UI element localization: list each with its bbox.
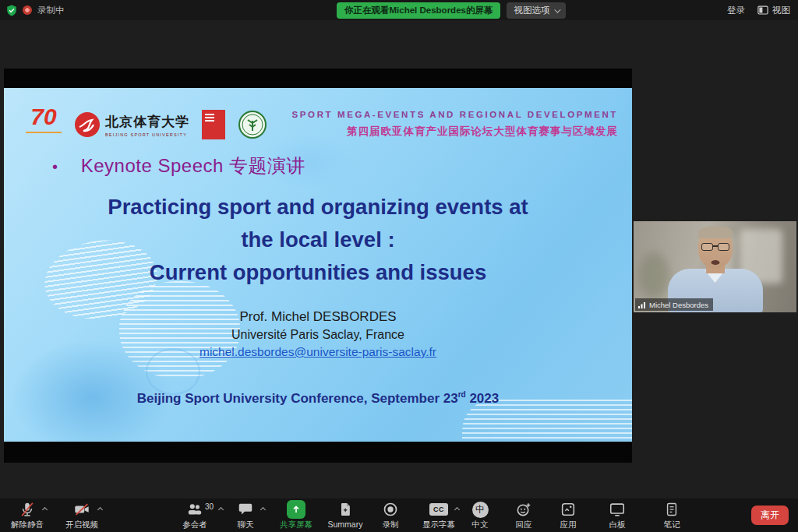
speaker-name: Prof. Michel DESBORDES	[4, 309, 632, 325]
chevron-down-icon	[555, 6, 561, 12]
chevron-up-icon[interactable]	[42, 507, 48, 513]
conference-line: Beijing Sport University Conference, Sep…	[4, 390, 632, 407]
business-school-logo	[202, 110, 225, 139]
slide-title: Practicing sport and organizing events a…	[4, 191, 632, 289]
shared-screen: 70 北京体育大学 BEIJING SPORT UNIVERSITY S	[4, 69, 632, 463]
screen-share-banner: 你正在观看Michel Desbordes的屏幕	[337, 2, 500, 19]
top-bar: 录制中 你正在观看Michel Desbordes的屏幕 视图选项 登录 视图	[0, 0, 798, 20]
meeting-stage: 70 北京体育大学 BEIJING SPORT UNIVERSITY S	[0, 20, 798, 499]
title-line-3: Current opportunities and issues	[4, 256, 632, 289]
slide-header: SPORT MEGA-EVENTS AND REGIONAL DEVELOPME…	[292, 110, 618, 139]
start-video-button[interactable]: 开启视频	[58, 501, 105, 532]
green-emblem-logo	[238, 110, 267, 139]
participant-count: 30	[205, 502, 214, 511]
logo-row: 70 北京体育大学 BEIJING SPORT UNIVERSITY	[26, 100, 267, 149]
conference-year: 2023	[466, 391, 500, 406]
language-interpretation-button[interactable]: 中 中文	[457, 501, 503, 532]
notes-button[interactable]: 笔记	[648, 501, 695, 532]
keynote-heading-text: Keynote Speech 专题演讲	[81, 155, 305, 176]
70th-anniversary-logo: 70	[26, 104, 62, 146]
record-button[interactable]: 录制	[367, 501, 414, 532]
presentation-slide: 70 北京体育大学 BEIJING SPORT UNIVERSITY S	[4, 88, 632, 442]
whiteboard-icon	[609, 501, 626, 518]
forum-title-cn: 第四届欧亚体育产业国际论坛大型体育赛事与区域发展	[292, 125, 618, 139]
reactions-smiley-icon	[515, 501, 532, 518]
speaker-glasses	[700, 243, 731, 251]
conference-ordinal: rd	[458, 390, 466, 399]
share-screen-icon	[287, 500, 305, 519]
speaker-email-link[interactable]: michel.desbordes@universite-paris-saclay…	[200, 345, 436, 359]
share-screen-button[interactable]: 共享屏幕	[273, 501, 320, 532]
recording-status-label: 录制中	[37, 5, 65, 16]
reactions-button[interactable]: 回应	[500, 501, 547, 532]
forum-title-en: SPORT MEGA-EVENTS AND REGIONAL DEVELOPME…	[292, 110, 618, 119]
recording-indicator-icon[interactable]	[23, 5, 32, 15]
security-shield-icon[interactable]	[6, 5, 17, 16]
title-line-1: Practicing sport and organizing events a…	[4, 191, 632, 224]
summary-document-icon	[337, 501, 353, 518]
speaker-affiliation: Université Paris Saclay, France	[4, 328, 632, 342]
university-name-en: BEIJING SPORT UNIVERSITY	[105, 132, 189, 137]
participants-icon	[185, 501, 204, 518]
meeting-toolbar: 解除静音 开启视频 30 参会者 聊天	[0, 499, 798, 532]
beijing-sport-university-logo: 北京体育大学 BEIJING SPORT UNIVERSITY	[74, 111, 189, 138]
unmute-button[interactable]: 解除静音	[4, 501, 51, 532]
top-right-controls: 登录 视图	[727, 0, 790, 20]
conference-text: Beijing Sport University Conference, Sep…	[137, 391, 458, 406]
record-icon	[382, 501, 399, 518]
anniversary-ribbon	[26, 132, 62, 134]
whiteboard-button[interactable]: 白板	[594, 501, 641, 532]
view-options-button[interactable]: 视图选项	[507, 2, 566, 19]
camera-off-icon	[72, 501, 91, 518]
chat-button[interactable]: 聊天	[222, 501, 269, 532]
summary-button[interactable]: Summary	[322, 501, 369, 532]
audio-signal-icon	[638, 301, 646, 308]
top-center-controls: 你正在观看Michel Desbordes的屏幕 视图选项	[337, 2, 566, 19]
participant-video-tile[interactable]: Michel Desbordes	[634, 221, 796, 312]
keynote-heading: Keynote Speech 专题演讲	[52, 153, 305, 178]
title-line-2: the local level :	[4, 224, 632, 256]
chinese-language-icon: 中	[472, 502, 489, 518]
anniversary-number: 70	[30, 104, 56, 129]
view-options-label: 视图选项	[514, 5, 549, 16]
show-captions-button[interactable]: CC 显示字幕	[415, 501, 462, 532]
chevron-up-icon[interactable]	[97, 507, 103, 513]
top-left-status: 录制中	[6, 0, 65, 20]
participants-button[interactable]: 30 参会者	[171, 501, 218, 532]
captions-cc-icon: CC	[429, 503, 448, 516]
participant-name: Michel Desbordes	[649, 301, 708, 309]
apps-button[interactable]: 应用	[545, 501, 591, 532]
leave-button[interactable]: 离开	[751, 506, 789, 525]
speaker-block: Prof. Michel DESBORDES Université Paris …	[4, 309, 632, 359]
participant-name-tag: Michel Desbordes	[635, 298, 713, 311]
chevron-up-icon[interactable]	[260, 507, 266, 513]
bsu-swirl-icon	[74, 111, 101, 138]
background-plant	[638, 252, 669, 299]
sign-in-link[interactable]: 登录	[727, 5, 745, 16]
view-button-label: 视图	[772, 5, 790, 16]
speaker-mouth	[711, 260, 719, 265]
view-button[interactable]: 视图	[757, 5, 790, 16]
university-name-cn: 北京体育大学	[105, 113, 189, 131]
microphone-muted-icon	[19, 501, 36, 518]
notes-icon	[664, 501, 680, 518]
view-layout-icon	[757, 5, 768, 15]
apps-icon	[560, 501, 577, 518]
chat-icon	[237, 501, 254, 518]
